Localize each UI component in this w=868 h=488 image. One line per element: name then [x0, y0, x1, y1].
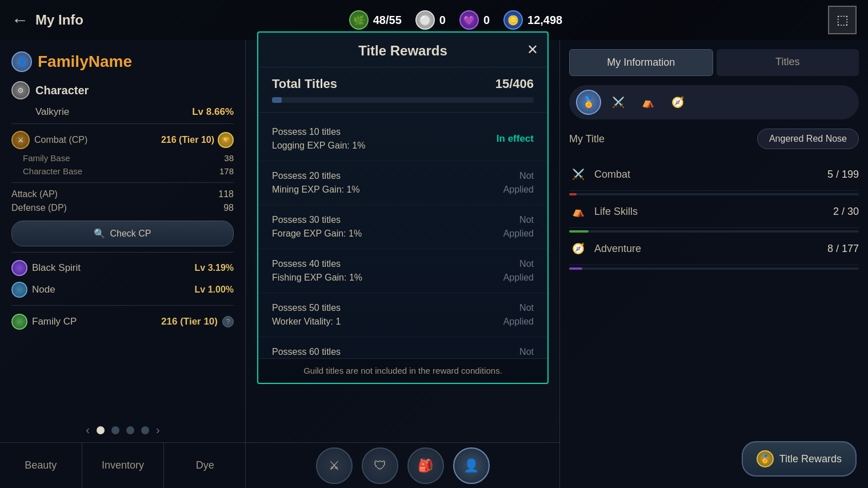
nav-icon-1[interactable]: ⚔: [316, 447, 353, 484]
reward-desc-20: Possess 20 titlesMining EXP Gain: 1%: [272, 169, 360, 197]
gold-value: 12,498: [527, 14, 562, 27]
tab-inventory[interactable]: Inventory: [82, 443, 165, 488]
silver-icon: ⚪: [415, 10, 435, 30]
adventure-progress-bar: [569, 267, 859, 270]
combat-cp-label: Combat (CP): [34, 135, 87, 145]
filter-life[interactable]: ⛺: [635, 90, 661, 115]
resource-silver: ⚪ 0: [415, 10, 446, 30]
my-information-label: My Information: [607, 57, 675, 68]
gold-icon: 🪙: [503, 10, 523, 30]
inventory-label: Inventory: [102, 459, 144, 471]
character-label: Character: [35, 84, 89, 97]
reward-status-50: NotApplied: [503, 301, 534, 329]
nav-icon-4[interactable]: 👤: [453, 447, 490, 484]
reward-item-30: Possess 30 titlesForage EXP Gain: 1% Not…: [258, 205, 547, 249]
family-cp-label: Family CP: [32, 316, 77, 327]
family-cp-value: 216 (Tier 10): [161, 316, 218, 327]
dye-label: Dye: [196, 459, 214, 471]
combat-cp-value: 216 (Tier 10): [161, 135, 214, 145]
total-titles-row: Total Titles 15/406: [272, 77, 534, 91]
life-skills-stat-item: ⛺ Life Skills 2 / 30: [569, 195, 859, 228]
character-base-label: Character Base: [23, 166, 82, 176]
character-base-value: 178: [219, 166, 234, 176]
page-dot-4[interactable]: [141, 426, 149, 434]
black-spirit-icon: [11, 260, 27, 276]
family-cp-icon: [11, 314, 27, 330]
character-level: Lv 8.66%: [192, 106, 234, 118]
page-dot-2[interactable]: [111, 426, 119, 434]
page-dot-1[interactable]: [97, 426, 105, 434]
character-icon: ⊙: [11, 81, 30, 99]
divider-1: [11, 123, 234, 124]
help-icon[interactable]: ?: [222, 316, 234, 327]
family-icon: 👤: [11, 51, 32, 72]
tab-my-information[interactable]: My Information: [569, 49, 713, 76]
resource-energy: 🌿 48/55: [349, 10, 402, 30]
divider-2: [11, 182, 234, 183]
check-cp-label: Check CP: [110, 229, 151, 239]
tab-beauty[interactable]: Beauty: [0, 443, 82, 488]
combat-stat-item: ⚔️ Combat 5 / 199: [569, 158, 859, 191]
reward-status-20: NotApplied: [503, 169, 534, 197]
back-button[interactable]: ← My Info: [11, 10, 83, 30]
adventure-stat-left: 🧭 Adventure: [569, 239, 641, 258]
resource-gold: 🪙 12,498: [503, 10, 562, 30]
filter-medal[interactable]: 🏅: [576, 90, 601, 115]
resource-pearl: 💜 0: [459, 10, 490, 30]
node-row: Node Lv 1.00%: [11, 279, 234, 301]
page-dot-3[interactable]: [126, 426, 134, 434]
right-tabs: My Information Titles: [569, 49, 859, 76]
attack-label: Attack (AP): [11, 189, 58, 199]
character-class: Valkyrie: [35, 106, 69, 118]
page-next-button[interactable]: ›: [156, 423, 160, 437]
check-cp-button[interactable]: 🔍 Check CP: [11, 221, 234, 246]
adventure-progress-fill: [569, 267, 582, 270]
search-icon: 🔍: [94, 228, 105, 239]
node-icon: [11, 282, 27, 298]
total-titles-label: Total Titles: [272, 77, 337, 91]
family-name-text: FamilyName: [38, 53, 132, 71]
cp-icon: 🏆: [218, 132, 234, 148]
defense-label: Defense (DP): [11, 203, 67, 213]
reward-status-30: NotApplied: [503, 213, 534, 241]
attack-value: 118: [218, 189, 234, 199]
family-cp-row: Family CP 216 (Tier 10) ?: [11, 310, 234, 333]
reward-item-50: Possess 50 titlesWorker Vitality: 1 NotA…: [258, 293, 547, 337]
right-panel: My Information Titles 🏅 ⚔️ ⛺ 🧭 My Title …: [559, 40, 868, 488]
combat-stat-value: 5 / 199: [827, 169, 859, 181]
reward-item-20: Possess 20 titlesMining EXP Gain: 1% Not…: [258, 161, 547, 205]
combat-stat-label: Combat: [594, 169, 630, 181]
modal-footer: Guild titles are not included in the rew…: [258, 358, 547, 383]
filter-icons-row: 🏅 ⚔️ ⛺ 🧭: [569, 85, 859, 119]
top-bar-title: My Info: [35, 12, 83, 28]
nav-icon-3[interactable]: 🎒: [407, 447, 444, 484]
reward-item-60: Possess 60 titlesWorker Strength: 1 NotA…: [258, 337, 547, 358]
divider-3: [11, 252, 234, 253]
bottom-nav-center: ⚔ 🛡 🎒 👤: [246, 442, 559, 488]
total-titles-value: 15/406: [495, 77, 534, 91]
tab-dye[interactable]: Dye: [164, 443, 246, 488]
combat-stat-left: ⚔️ Combat: [569, 165, 630, 183]
nav-icon-2[interactable]: 🛡: [362, 447, 398, 484]
life-skills-stat-left: ⛺ Life Skills: [569, 202, 638, 221]
title-rewards-button[interactable]: 🏅 Title Rewards: [742, 441, 857, 477]
my-title-label: My Title: [569, 133, 605, 145]
beauty-label: Beauty: [25, 459, 57, 471]
titles-label: Titles: [775, 56, 799, 67]
filter-adventure[interactable]: 🧭: [665, 90, 690, 115]
page-prev-button[interactable]: ‹: [86, 423, 90, 437]
my-title-row: My Title Angered Red Nose: [569, 129, 859, 149]
filter-combat[interactable]: ⚔️: [606, 90, 631, 115]
modal-close-button[interactable]: ✕: [527, 42, 538, 58]
pearl-value: 0: [483, 14, 490, 27]
family-base-value: 38: [224, 153, 234, 163]
adventure-stat-value: 8 / 177: [827, 243, 859, 255]
character-base-row: Character Base 178: [11, 165, 234, 178]
family-cp-left: Family CP: [11, 314, 77, 330]
black-spirit-label: Black Spirit: [32, 262, 81, 274]
total-progress-fill: [272, 97, 282, 103]
title-rewards-modal: Title Rewards ✕ Total Titles 15/406 Poss…: [257, 31, 549, 384]
my-title-value[interactable]: Angered Red Nose: [757, 129, 859, 149]
tab-titles[interactable]: Titles: [717, 49, 859, 76]
exit-button[interactable]: ⬚: [828, 6, 857, 34]
